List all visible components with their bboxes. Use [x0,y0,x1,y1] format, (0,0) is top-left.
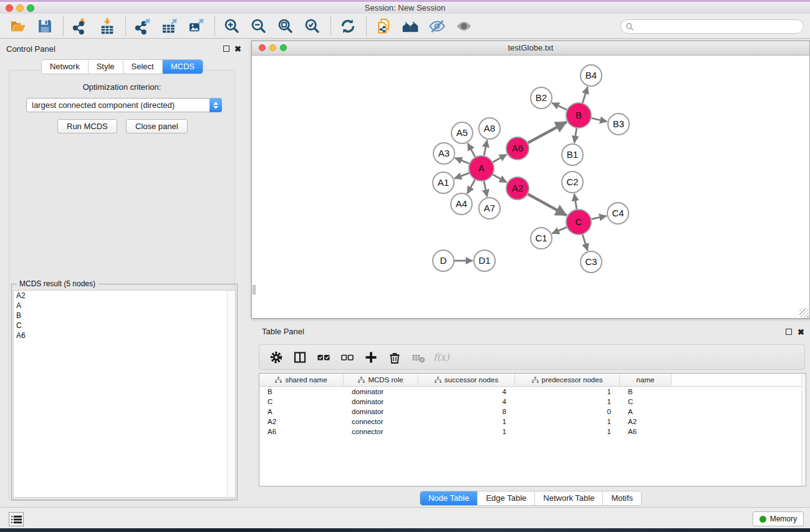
import-network-icon[interactable] [70,16,91,36]
column-header-mcds-role[interactable]: MCDS role [344,374,418,386]
add-column-icon[interactable] [362,349,380,365]
open-file-icon[interactable] [7,16,29,36]
close-window-icon[interactable] [6,4,13,12]
graph-edge-A-A1[interactable] [455,173,470,178]
import-table-icon[interactable] [97,16,118,36]
graph-edge-B-B2[interactable] [552,103,567,110]
graph-node-C4[interactable]: C4 [607,203,629,224]
search-field[interactable] [620,19,804,34]
graph-node-D[interactable]: D [433,250,454,271]
graph-edge-B-B4[interactable] [582,87,587,103]
tab-motifs[interactable]: Motifs [602,491,641,505]
column-header-predecessor-nodes[interactable]: predecessor nodes [515,374,620,386]
graph-edge-B-B3[interactable] [592,118,607,122]
graph-node-A8[interactable]: A8 [479,118,500,139]
mcds-result-item[interactable]: A [14,301,235,311]
deselect-all-icon[interactable] [338,349,357,365]
graph-edge-C-C2[interactable] [574,194,577,210]
export-table-icon[interactable] [159,16,180,36]
mcds-list-scrollbar[interactable] [227,291,235,497]
graph-edge-A-A8[interactable] [484,140,487,156]
graph-node-B4[interactable]: B4 [581,65,602,86]
tab-style[interactable]: Style [88,60,123,74]
float-panel-icon[interactable] [223,46,229,52]
graph-edge-A-A2[interactable] [493,175,506,182]
graph-node-D1[interactable]: D1 [474,250,495,271]
memory-button[interactable]: Memory [753,511,804,526]
graph-node-C3[interactable]: C3 [581,251,602,273]
mcds-result-item[interactable]: B [14,311,235,321]
export-network-icon[interactable] [132,16,153,36]
mcds-result-list[interactable]: A2ABCA6 [13,290,236,498]
tab-select[interactable]: Select [123,60,162,74]
table-scrollbar[interactable] [801,374,806,486]
column-header-shared-name[interactable]: shared name [259,374,344,386]
graph-node-A5[interactable]: A5 [451,122,473,143]
table-row[interactable]: A6connector11A6 [259,427,806,437]
graph-node-A7[interactable]: A7 [479,198,500,219]
search-input[interactable] [634,21,803,32]
close-network-icon[interactable] [259,44,266,51]
graph-edge-C-C3[interactable] [582,235,587,251]
show-columns-icon[interactable] [291,349,309,365]
graph-edge-C-C4[interactable] [592,216,607,219]
tab-node-table[interactable]: Node Table [420,491,478,505]
graph-edge-A-A5[interactable] [468,143,475,157]
copy-network-icon[interactable] [373,16,394,36]
table-row[interactable]: Adominator80A [259,407,806,417]
tab-edge-table[interactable]: Edge Table [477,491,534,505]
export-image-icon[interactable] [186,16,207,36]
graph-edge-A-A3[interactable] [455,158,470,163]
home-icon[interactable] [400,16,421,36]
delete-columns-icon[interactable] [385,349,404,365]
graph-node-C2[interactable]: C2 [562,172,583,193]
close-panel-icon[interactable]: ✖ [234,46,241,52]
canvas-scrollbar-thumb[interactable] [253,285,256,294]
graph-node-A4[interactable]: A4 [451,193,472,215]
tab-network-table[interactable]: Network Table [534,491,602,505]
task-history-button[interactable] [9,512,24,526]
save-session-icon[interactable] [34,16,55,36]
graph-node-A3[interactable]: A3 [433,143,455,164]
mcds-result-item[interactable]: C [14,321,235,331]
zoom-out-icon[interactable] [248,16,269,36]
graph-edge-A2-C[interactable] [528,194,567,215]
graph-node-B3[interactable]: B3 [608,114,629,135]
graph-edge-A-A6[interactable] [493,155,506,162]
mcds-result-item[interactable]: A6 [14,331,235,341]
minimize-window-icon[interactable] [16,4,24,12]
tab-network[interactable]: Network [42,60,88,74]
zoom-in-icon[interactable] [221,16,243,36]
network-window-titlebar[interactable]: testGlobe.txt [252,41,809,56]
graph-edge-A-A7[interactable] [484,181,487,197]
network-canvas[interactable]: ABCA6A2A1A3A4A5A7A8B1B2B3B4C1C2C3C4DD1 [252,56,809,318]
show-all-icon[interactable] [453,16,475,36]
resize-grip-icon[interactable] [799,308,809,317]
minimize-network-icon[interactable] [269,44,276,51]
table-row[interactable]: Bdominator41B [259,387,806,397]
zoom-selected-icon[interactable] [302,16,323,36]
graph-edge-C-C1[interactable] [552,227,566,233]
graph-edge-A-A4[interactable] [467,180,475,193]
graph-node-B[interactable]: B [566,103,591,128]
select-all-icon[interactable] [314,349,333,365]
graph-node-B2[interactable]: B2 [531,87,552,109]
hide-selected-icon[interactable] [427,16,448,36]
criterion-dropdown[interactable]: largest connected component (directed) [26,98,222,112]
graph-node-B1[interactable]: B1 [562,144,583,165]
graph-node-A2[interactable]: A2 [506,177,529,200]
float-table-panel-icon[interactable] [786,329,792,335]
tab-mcds[interactable]: MCDS [162,60,203,74]
graph-edge-B-B1[interactable] [574,128,577,143]
graph-edge-A6-B[interactable] [528,122,567,143]
column-header-name[interactable]: name [620,374,672,386]
column-header-successor-nodes[interactable]: successor nodes [418,374,515,386]
maximize-network-icon[interactable] [280,44,287,51]
table-row[interactable]: Cdominator41C [259,397,806,407]
refresh-icon[interactable] [337,16,359,36]
maximize-window-icon[interactable] [27,4,34,12]
graph-node-A1[interactable]: A1 [433,172,454,193]
graph-node-C1[interactable]: C1 [531,228,552,249]
table-row[interactable]: A2connector11A2 [259,417,806,427]
close-table-panel-icon[interactable]: ✖ [798,329,804,336]
